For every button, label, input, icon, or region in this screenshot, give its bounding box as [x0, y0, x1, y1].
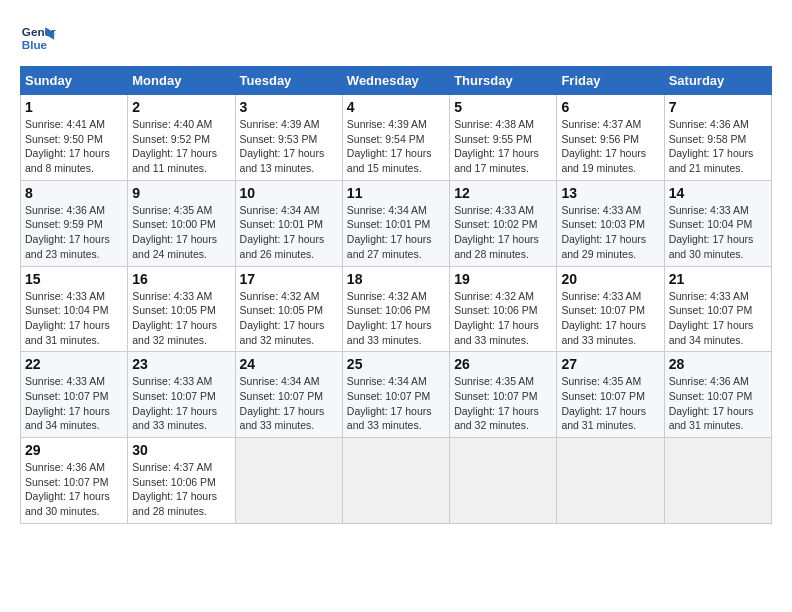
day-number: 5	[454, 99, 552, 115]
day-number: 15	[25, 271, 123, 287]
day-number: 20	[561, 271, 659, 287]
calendar-cell: 10 Sunrise: 4:34 AMSunset: 10:01 PMDayli…	[235, 180, 342, 266]
day-info: Sunrise: 4:36 AMSunset: 10:07 PMDaylight…	[669, 375, 754, 431]
day-number: 25	[347, 356, 445, 372]
calendar-cell	[557, 438, 664, 524]
day-info: Sunrise: 4:34 AMSunset: 10:07 PMDaylight…	[347, 375, 432, 431]
calendar-cell: 3 Sunrise: 4:39 AMSunset: 9:53 PMDayligh…	[235, 95, 342, 181]
weekday-header-monday: Monday	[128, 67, 235, 95]
day-number: 23	[132, 356, 230, 372]
day-info: Sunrise: 4:34 AMSunset: 10:01 PMDaylight…	[347, 204, 432, 260]
day-info: Sunrise: 4:36 AMSunset: 10:07 PMDaylight…	[25, 461, 110, 517]
day-info: Sunrise: 4:39 AMSunset: 9:53 PMDaylight:…	[240, 118, 325, 174]
week-row-2: 8 Sunrise: 4:36 AMSunset: 9:59 PMDayligh…	[21, 180, 772, 266]
calendar-cell: 13 Sunrise: 4:33 AMSunset: 10:03 PMDayli…	[557, 180, 664, 266]
page-header: General Blue	[20, 20, 772, 56]
day-info: Sunrise: 4:33 AMSunset: 10:02 PMDaylight…	[454, 204, 539, 260]
day-number: 1	[25, 99, 123, 115]
calendar-cell: 18 Sunrise: 4:32 AMSunset: 10:06 PMDayli…	[342, 266, 449, 352]
calendar-cell: 28 Sunrise: 4:36 AMSunset: 10:07 PMDayli…	[664, 352, 771, 438]
day-number: 28	[669, 356, 767, 372]
day-info: Sunrise: 4:34 AMSunset: 10:07 PMDaylight…	[240, 375, 325, 431]
calendar-cell: 20 Sunrise: 4:33 AMSunset: 10:07 PMDayli…	[557, 266, 664, 352]
day-number: 24	[240, 356, 338, 372]
day-number: 16	[132, 271, 230, 287]
day-info: Sunrise: 4:32 AMSunset: 10:06 PMDaylight…	[454, 290, 539, 346]
day-info: Sunrise: 4:36 AMSunset: 9:58 PMDaylight:…	[669, 118, 754, 174]
day-info: Sunrise: 4:37 AMSunset: 10:06 PMDaylight…	[132, 461, 217, 517]
calendar-cell: 23 Sunrise: 4:33 AMSunset: 10:07 PMDayli…	[128, 352, 235, 438]
day-number: 3	[240, 99, 338, 115]
svg-text:Blue: Blue	[22, 38, 48, 51]
day-number: 26	[454, 356, 552, 372]
day-number: 2	[132, 99, 230, 115]
calendar-cell	[342, 438, 449, 524]
calendar-cell: 1 Sunrise: 4:41 AMSunset: 9:50 PMDayligh…	[21, 95, 128, 181]
day-number: 12	[454, 185, 552, 201]
week-row-4: 22 Sunrise: 4:33 AMSunset: 10:07 PMDayli…	[21, 352, 772, 438]
day-number: 6	[561, 99, 659, 115]
weekday-header-saturday: Saturday	[664, 67, 771, 95]
day-number: 10	[240, 185, 338, 201]
day-number: 8	[25, 185, 123, 201]
calendar-cell: 19 Sunrise: 4:32 AMSunset: 10:06 PMDayli…	[450, 266, 557, 352]
day-number: 27	[561, 356, 659, 372]
calendar-cell: 12 Sunrise: 4:33 AMSunset: 10:02 PMDayli…	[450, 180, 557, 266]
calendar-cell: 16 Sunrise: 4:33 AMSunset: 10:05 PMDayli…	[128, 266, 235, 352]
calendar-cell: 7 Sunrise: 4:36 AMSunset: 9:58 PMDayligh…	[664, 95, 771, 181]
calendar-cell: 5 Sunrise: 4:38 AMSunset: 9:55 PMDayligh…	[450, 95, 557, 181]
calendar-cell: 14 Sunrise: 4:33 AMSunset: 10:04 PMDayli…	[664, 180, 771, 266]
day-info: Sunrise: 4:33 AMSunset: 10:04 PMDaylight…	[669, 204, 754, 260]
day-number: 4	[347, 99, 445, 115]
day-info: Sunrise: 4:39 AMSunset: 9:54 PMDaylight:…	[347, 118, 432, 174]
calendar-cell: 29 Sunrise: 4:36 AMSunset: 10:07 PMDayli…	[21, 438, 128, 524]
day-info: Sunrise: 4:36 AMSunset: 9:59 PMDaylight:…	[25, 204, 110, 260]
day-number: 22	[25, 356, 123, 372]
day-info: Sunrise: 4:35 AMSunset: 10:00 PMDaylight…	[132, 204, 217, 260]
calendar-cell: 15 Sunrise: 4:33 AMSunset: 10:04 PMDayli…	[21, 266, 128, 352]
weekday-header-tuesday: Tuesday	[235, 67, 342, 95]
week-row-1: 1 Sunrise: 4:41 AMSunset: 9:50 PMDayligh…	[21, 95, 772, 181]
day-number: 14	[669, 185, 767, 201]
day-number: 9	[132, 185, 230, 201]
day-info: Sunrise: 4:33 AMSunset: 10:07 PMDaylight…	[25, 375, 110, 431]
day-number: 17	[240, 271, 338, 287]
day-info: Sunrise: 4:33 AMSunset: 10:05 PMDaylight…	[132, 290, 217, 346]
day-info: Sunrise: 4:37 AMSunset: 9:56 PMDaylight:…	[561, 118, 646, 174]
day-info: Sunrise: 4:40 AMSunset: 9:52 PMDaylight:…	[132, 118, 217, 174]
day-number: 11	[347, 185, 445, 201]
day-number: 30	[132, 442, 230, 458]
logo-icon: General Blue	[20, 20, 56, 56]
day-info: Sunrise: 4:38 AMSunset: 9:55 PMDaylight:…	[454, 118, 539, 174]
logo: General Blue	[20, 20, 56, 56]
day-info: Sunrise: 4:32 AMSunset: 10:06 PMDaylight…	[347, 290, 432, 346]
week-row-3: 15 Sunrise: 4:33 AMSunset: 10:04 PMDayli…	[21, 266, 772, 352]
day-info: Sunrise: 4:35 AMSunset: 10:07 PMDaylight…	[454, 375, 539, 431]
day-number: 18	[347, 271, 445, 287]
day-number: 21	[669, 271, 767, 287]
calendar-cell: 21 Sunrise: 4:33 AMSunset: 10:07 PMDayli…	[664, 266, 771, 352]
calendar-cell: 27 Sunrise: 4:35 AMSunset: 10:07 PMDayli…	[557, 352, 664, 438]
weekday-header-thursday: Thursday	[450, 67, 557, 95]
day-info: Sunrise: 4:33 AMSunset: 10:07 PMDaylight…	[561, 290, 646, 346]
calendar-cell	[664, 438, 771, 524]
calendar-cell: 25 Sunrise: 4:34 AMSunset: 10:07 PMDayli…	[342, 352, 449, 438]
day-number: 13	[561, 185, 659, 201]
calendar-table: SundayMondayTuesdayWednesdayThursdayFrid…	[20, 66, 772, 524]
calendar-cell: 30 Sunrise: 4:37 AMSunset: 10:06 PMDayli…	[128, 438, 235, 524]
day-info: Sunrise: 4:32 AMSunset: 10:05 PMDaylight…	[240, 290, 325, 346]
day-info: Sunrise: 4:41 AMSunset: 9:50 PMDaylight:…	[25, 118, 110, 174]
calendar-cell: 17 Sunrise: 4:32 AMSunset: 10:05 PMDayli…	[235, 266, 342, 352]
calendar-cell	[235, 438, 342, 524]
weekday-header-wednesday: Wednesday	[342, 67, 449, 95]
calendar-cell: 9 Sunrise: 4:35 AMSunset: 10:00 PMDaylig…	[128, 180, 235, 266]
calendar-cell: 2 Sunrise: 4:40 AMSunset: 9:52 PMDayligh…	[128, 95, 235, 181]
day-info: Sunrise: 4:34 AMSunset: 10:01 PMDaylight…	[240, 204, 325, 260]
weekday-header-row: SundayMondayTuesdayWednesdayThursdayFrid…	[21, 67, 772, 95]
calendar-cell	[450, 438, 557, 524]
day-info: Sunrise: 4:33 AMSunset: 10:03 PMDaylight…	[561, 204, 646, 260]
calendar-cell: 8 Sunrise: 4:36 AMSunset: 9:59 PMDayligh…	[21, 180, 128, 266]
weekday-header-sunday: Sunday	[21, 67, 128, 95]
calendar-cell: 4 Sunrise: 4:39 AMSunset: 9:54 PMDayligh…	[342, 95, 449, 181]
weekday-header-friday: Friday	[557, 67, 664, 95]
